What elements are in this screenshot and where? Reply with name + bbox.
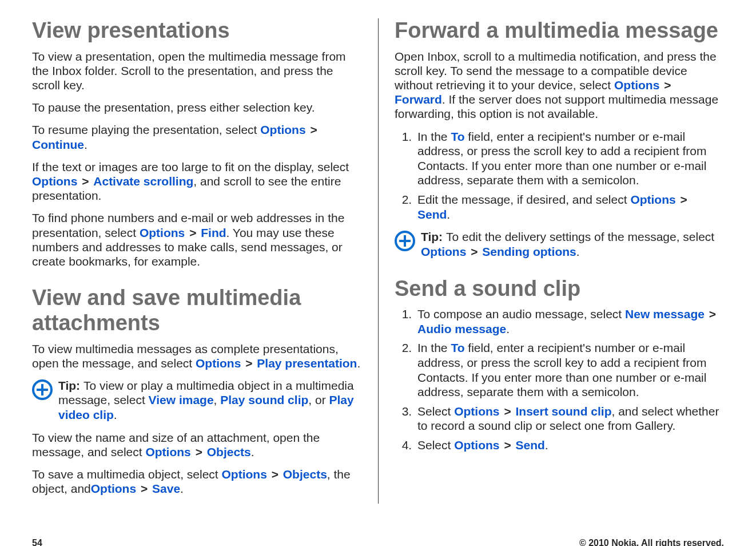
text: . [506, 322, 510, 335]
menu-separator-icon: > [244, 357, 253, 370]
tip-label: Tip: [58, 379, 83, 392]
menu-path-forward: Forward [395, 93, 442, 106]
page: View presentations To view a presentatio… [0, 0, 756, 546]
menu-path-new-message: New message [625, 307, 705, 321]
menu-separator-icon: > [469, 245, 479, 258]
menu-separator-icon: > [503, 405, 512, 418]
menu-separator-icon: > [188, 226, 197, 239]
list-item: Select Options > Send. [415, 438, 724, 453]
heading-forward-multimedia: Forward a multimedia message [395, 18, 724, 43]
menu-path-options: Options [630, 193, 675, 206]
paragraph: To view multimedia messages as complete … [32, 342, 364, 370]
menu-path-options: Options [421, 245, 466, 258]
text: To resume playing the presentation, sele… [32, 123, 260, 136]
menu-path-send: Send [417, 208, 447, 221]
text: . [84, 138, 87, 151]
text: If the text or images are too large to f… [32, 160, 349, 173]
text: . If the server does not support multime… [395, 93, 718, 120]
menu-path-options: Options [222, 468, 267, 481]
field-to: To [451, 130, 464, 143]
menu-path-options: Options [140, 226, 185, 239]
heading-send-sound-clip: Send a sound clip [395, 276, 724, 302]
paragraph: To pause the presentation, press either … [32, 100, 364, 114]
menu-path-continue: Continue [32, 138, 84, 151]
heading-view-save-attachments: View and save multimedia attachments [32, 286, 364, 335]
tip-label: Tip: [421, 230, 446, 243]
text: , or [308, 393, 329, 406]
menu-path-sending-options: Sending options [482, 245, 576, 258]
tip-text: Tip: To view or play a multimedia object… [58, 378, 364, 422]
menu-path-audio-message: Audio message [417, 322, 506, 335]
text: In the [417, 341, 451, 354]
text: . [545, 438, 548, 452]
menu-path-options: Options [454, 438, 499, 452]
menu-path-options: Options [145, 445, 190, 458]
text: In the [417, 130, 451, 143]
text: Edit the message, if desired, and select [417, 193, 630, 206]
heading-view-presentations: View presentations [32, 18, 364, 43]
text: . [357, 357, 360, 370]
menu-separator-icon: > [309, 123, 318, 136]
menu-path-objects: Objects [207, 445, 251, 458]
menu-separator-icon: > [270, 468, 280, 481]
two-column-layout: View presentations To view a presentatio… [32, 18, 724, 504]
menu-separator-icon: > [503, 438, 512, 452]
paragraph: To resume playing the presentation, sele… [32, 122, 364, 151]
list-item: In the To field, enter a recipient's num… [415, 129, 724, 188]
text: To edit the delivery settings of the mes… [446, 230, 714, 243]
text: . [114, 408, 117, 421]
text: . [251, 445, 254, 458]
list-item: To compose an audio message, select New … [415, 307, 724, 336]
paragraph: If the text or images are too large to f… [32, 160, 364, 203]
right-column: Forward a multimedia message Open Inbox,… [378, 18, 724, 504]
menu-path-play-presentation: Play presentation [257, 357, 357, 370]
text: . [447, 208, 450, 221]
list-item: Edit the message, if desired, and select… [415, 192, 724, 221]
paragraph: To save a multimedia object, select Opti… [32, 467, 364, 496]
copyright: © 2010 Nokia. All rights reserved. [579, 538, 724, 546]
text: . [180, 482, 184, 495]
menu-path-objects: Objects [283, 468, 327, 481]
paragraph: Open Inbox, scroll to a multimedia notif… [395, 49, 724, 121]
tip-block: Tip: To view or play a multimedia object… [32, 378, 364, 422]
menu-separator-icon: > [81, 175, 90, 188]
text: Select [417, 405, 454, 418]
forward-steps-list: In the To field, enter a recipient's num… [395, 129, 724, 222]
tip-plus-icon [395, 231, 415, 251]
text: Select [417, 438, 454, 452]
left-column: View presentations To view a presentatio… [32, 18, 378, 504]
menu-path-options: Options [260, 123, 305, 136]
text: To save a multimedia object, select [32, 468, 222, 481]
menu-separator-icon: > [679, 193, 689, 206]
menu-path-view-image: View image [149, 393, 214, 406]
text: To compose an audio message, select [417, 307, 625, 321]
text: , [214, 393, 221, 406]
menu-path-save: Save [152, 482, 180, 495]
menu-separator-icon: > [140, 482, 149, 495]
menu-path-options: Options [91, 482, 136, 495]
menu-path-options: Options [32, 175, 77, 188]
menu-path-options: Options [454, 405, 499, 418]
page-number: 54 [32, 538, 42, 546]
paragraph: To view a presentation, open the multime… [32, 49, 364, 93]
list-item: In the To field, enter a recipient's num… [415, 341, 724, 399]
paragraph: To find phone numbers and e-mail or web … [32, 211, 364, 268]
paragraph: To view the name and size of an attachme… [32, 430, 364, 459]
menu-separator-icon: > [194, 445, 204, 458]
tip-block: Tip: To edit the delivery settings of th… [395, 230, 724, 259]
field-to: To [451, 341, 464, 354]
menu-path-options: Options [614, 78, 659, 92]
menu-path-options: Options [196, 357, 241, 370]
menu-separator-icon: > [663, 78, 672, 92]
text: . [576, 245, 580, 258]
menu-path-play-sound-clip: Play sound clip [220, 393, 308, 406]
tip-plus-icon [32, 379, 53, 400]
menu-separator-icon: > [708, 307, 717, 321]
page-footer: 54 © 2010 Nokia. All rights reserved. [32, 538, 724, 546]
menu-path-send: Send [515, 438, 544, 452]
menu-path-find: Find [201, 226, 226, 239]
list-item: Select Options > Insert sound clip, and … [415, 404, 724, 433]
menu-path-activate-scrolling: Activate scrolling [93, 175, 193, 188]
tip-text: Tip: To edit the delivery settings of th… [421, 230, 724, 259]
send-sound-steps-list: To compose an audio message, select New … [395, 307, 724, 452]
